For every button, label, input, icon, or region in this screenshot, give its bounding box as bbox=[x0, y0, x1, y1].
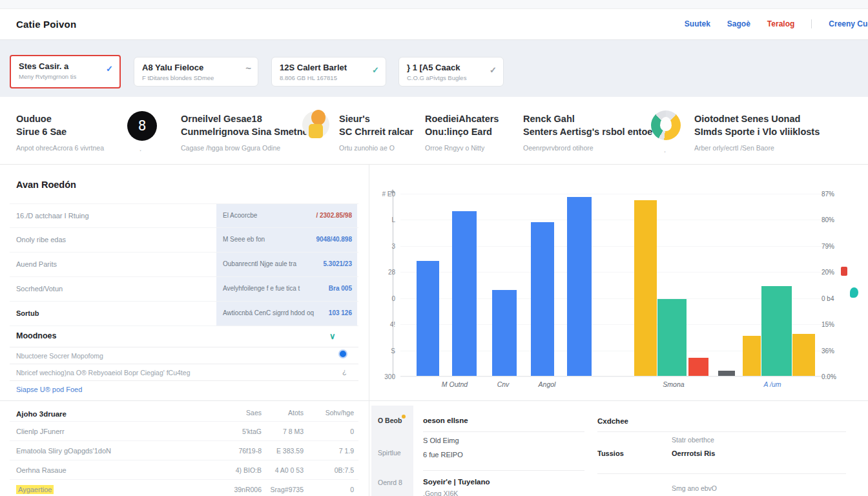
right-tick-label: 0 b4 bbox=[822, 295, 834, 302]
divider bbox=[597, 473, 846, 474]
right-tick-label: 80% bbox=[822, 216, 834, 223]
highlighted-cell: Aygaertioe bbox=[16, 485, 54, 494]
table-header: Saes bbox=[223, 409, 262, 417]
feature-title: Oiotodnet Senes Uonad bbox=[694, 114, 800, 124]
nav-link-3[interactable]: Teralog bbox=[767, 19, 794, 28]
table-row[interactable]: Oerhna Rasaue 4) BIO:B 4 A0 0 53 0B:7.5 bbox=[10, 460, 358, 479]
table-header: Sohv/hge bbox=[313, 409, 354, 417]
stat-value: 5.3021/23 bbox=[324, 260, 353, 267]
dashboard-screen: Catie Poivon Suutek Sagoè Teralog Creeny… bbox=[0, 0, 868, 496]
card[interactable]: A8 Yalu Fieloce F tDitares blondes SDmee… bbox=[134, 57, 258, 87]
gridline bbox=[400, 194, 833, 194]
row-saes: 76f19-8 bbox=[223, 447, 262, 455]
feature-title-2: Onu:linço Eard bbox=[425, 127, 492, 137]
row-name: Oerhna Rasaue bbox=[16, 466, 67, 474]
stat-value-box: Oubanrecntl Njge aule tra 5.3021/23 bbox=[216, 253, 357, 276]
feature-title-2: Sirue 6 Sae bbox=[16, 127, 67, 137]
question-icon[interactable]: ¿ bbox=[342, 367, 347, 375]
x-tick-label: M Outnd bbox=[442, 380, 468, 388]
stat-row: 16./D actchaar I Rtuing El Acoorcbe / 23… bbox=[10, 203, 358, 228]
row-name: Clienlp JFunerr bbox=[16, 428, 65, 435]
chart-bar bbox=[567, 197, 592, 376]
table-row[interactable]: Clienlp JFunerr 5'ktaG 7 8 M3 0 bbox=[10, 421, 358, 440]
y-tick-label: 3 bbox=[375, 243, 395, 250]
feature-title-2: Senters Aertisg's rsbol entoe bbox=[523, 127, 652, 137]
sidebar-item-3[interactable]: Oenrd 8 bbox=[378, 479, 402, 486]
feature-subtitle: Anpot ohrecAcrora 6 vivrtnea bbox=[16, 144, 104, 152]
card-subtitle: F tDitares blondes SDmee bbox=[142, 74, 250, 81]
row-atots: 7 8 M3 bbox=[268, 428, 304, 435]
card-title: Stes Casir. a bbox=[19, 61, 112, 71]
chart-bar bbox=[743, 336, 761, 376]
divider bbox=[597, 431, 846, 432]
bottom-middle-row3-title: Soyeir'e | Tuyelano bbox=[423, 478, 490, 486]
nav-link-1[interactable]: Suutek bbox=[685, 19, 710, 28]
feature-item: Ouduoe Sirue 6 Sae Anpot ohrecAcrora 6 v… bbox=[16, 113, 104, 152]
stat-label: Socrhed/Votun bbox=[16, 285, 63, 293]
bottom-middle-sidebar: O Beob Spirtlue Oenrd 8 bbox=[371, 406, 413, 496]
check-icon: ✓ bbox=[372, 65, 379, 75]
bottom-right-label: Tussios bbox=[597, 450, 624, 457]
feature-title: Ouduoe bbox=[16, 114, 52, 124]
table-row[interactable]: Aygaertioe 39nR006 Srag#9735 0 bbox=[10, 479, 358, 496]
nav-link-4[interactable]: Creeny Cuon bbox=[829, 19, 868, 28]
bottom-middle-row2-line2: 6 fue REIPO bbox=[423, 451, 463, 459]
check-icon: ✓ bbox=[490, 65, 497, 75]
stat-value-box: Avelyhfoilenge f e fue tica t Bra 005 bbox=[216, 277, 357, 301]
show-more-link[interactable]: Siapse U® pod Foed bbox=[16, 386, 82, 393]
nav-divider bbox=[811, 19, 812, 28]
chart-bar bbox=[718, 371, 735, 376]
blue-circle-icon[interactable] bbox=[338, 349, 347, 358]
bottom-middle-row1-title: oeson ellsne bbox=[423, 417, 468, 424]
database-icon: 8 bbox=[127, 111, 157, 141]
stat-sublabel: El Acoorcbe bbox=[223, 212, 257, 219]
row-saes: 4) BIO:B bbox=[223, 466, 262, 474]
divider bbox=[10, 364, 358, 364]
row-name: Ematoola Sliry gOapgds'1doN bbox=[16, 447, 111, 455]
chart-bar bbox=[657, 299, 687, 376]
chevron-down-icon[interactable]: ∨ bbox=[329, 331, 336, 341]
feature-title-2: Cunmelrignova Sina Smetnette bbox=[181, 127, 319, 137]
stat-row: Onoly ribe edas M Seee eb fon 9048/40.89… bbox=[10, 228, 358, 253]
feature-title-2: SC Chrreit ralcar bbox=[339, 127, 413, 137]
chart-bar bbox=[492, 290, 517, 376]
tiny-mark-icon: ˯ bbox=[140, 145, 141, 151]
row-sohvhge: 0 bbox=[313, 428, 354, 435]
feature-item: RoedieiAhcaters Onu:linço Eard Orroe Rng… bbox=[425, 113, 499, 152]
table-row[interactable]: Ematoola Sliry gOapgds'1doN 76f19-8 E 38… bbox=[10, 440, 358, 460]
card-subtitle: C.O.G aPivtgs Bugles bbox=[407, 74, 495, 81]
legend-teal-drop-icon bbox=[850, 287, 858, 298]
header-bar: Catie Poivon Suutek Sagoè Teralog Creeny… bbox=[0, 9, 868, 40]
legend-red-square-icon bbox=[841, 267, 847, 276]
card[interactable]: } 1 [A5 Caack C.O.G aPivtgs Bugles ✓ bbox=[398, 57, 504, 87]
feature-item: Orneilvel Gesae18 Cunmelrignova Sina Sme… bbox=[181, 113, 319, 152]
table-header: Atots bbox=[268, 409, 304, 417]
card-title: A8 Yalu Fieloce bbox=[142, 63, 250, 72]
squiggle-icon: ~ bbox=[245, 63, 251, 74]
sidebar-item-1[interactable]: O Beob bbox=[378, 417, 402, 424]
divider bbox=[423, 470, 584, 471]
top-strip bbox=[0, 0, 868, 9]
check-icon: ✓ bbox=[106, 64, 113, 74]
feature-title-2: SImds Sporte i Vlo vliiklosts bbox=[694, 127, 820, 137]
bottom-right-heading: Cxdchee bbox=[597, 417, 628, 425]
y-tick-label: L bbox=[375, 216, 395, 223]
card[interactable]: 12S Calert Barlet 8.806 GB HL 167815 ✓ bbox=[271, 57, 386, 87]
chart-bar bbox=[761, 286, 792, 376]
chart-bar bbox=[792, 334, 815, 376]
right-tick-label: 20% bbox=[822, 269, 834, 276]
left-panel: Avan Roedón 16./D actchaar I Rtuing El A… bbox=[0, 165, 369, 496]
row-atots: 4 A0 0 53 bbox=[268, 466, 304, 474]
toggle-row-label: Nbricef wechiog)na O® Rebyoaeiol Bopr Ci… bbox=[16, 369, 190, 377]
divider bbox=[10, 347, 358, 347]
feature-subtitle: Oeenrpvrvbrord otihore bbox=[523, 144, 652, 152]
chart-bar bbox=[417, 261, 439, 376]
cards-row: Stes Casir. a Meny Rvtymgrnon tis ✓ A8 Y… bbox=[0, 40, 868, 97]
yellow-dot-icon bbox=[402, 415, 406, 418]
sidebar-item-2[interactable]: Spirtlue bbox=[378, 449, 401, 457]
nav-link-2[interactable]: Sagoè bbox=[727, 19, 750, 28]
stat-value: 103 126 bbox=[329, 309, 352, 316]
y-tick-label: 0 bbox=[375, 295, 395, 302]
card-highlighted[interactable]: Stes Casir. a Meny Rvtymgrnon tis ✓ bbox=[10, 55, 121, 88]
x-tick-label: Cnv bbox=[497, 380, 510, 388]
